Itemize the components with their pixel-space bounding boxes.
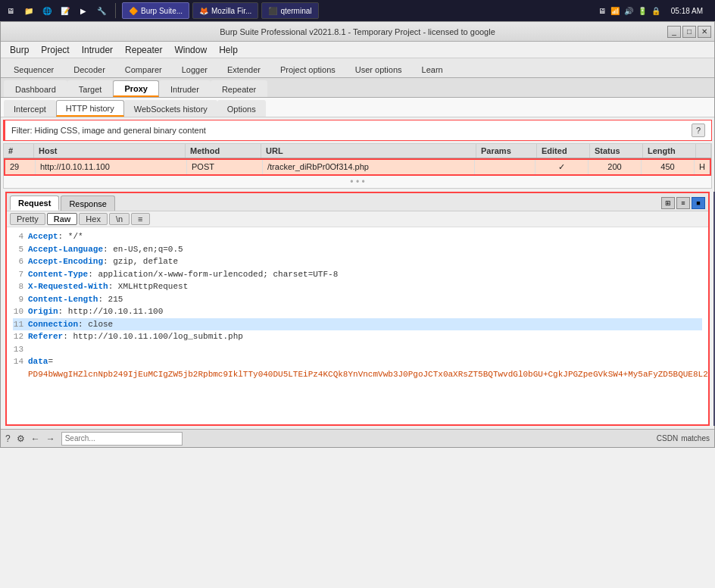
http-history-table: # Host Method URL Params Edited Status L… (3, 143, 712, 189)
status-bar-left: ? ⚙ ← → (5, 432, 183, 446)
request-line-6: 6 Accept-Encoding: gzip, deflate (13, 255, 702, 268)
terminal-icon: ⬛ (268, 7, 277, 15)
cell-num: 29 (5, 160, 36, 174)
cell-status: 200 (589, 160, 642, 174)
menu-help[interactable]: Help (213, 43, 244, 57)
burp-icon: 🔶 (129, 7, 138, 15)
request-content: 4 Accept: */* 5 Accept-Language: en-US,e… (7, 227, 708, 424)
tab-dashboard[interactable]: Dashboard (4, 80, 67, 97)
tab-logger[interactable]: Logger (172, 61, 217, 77)
search-input[interactable] (61, 432, 183, 446)
format-tab-pretty[interactable]: Pretty (10, 213, 45, 225)
req-tab-request[interactable]: Request (10, 195, 59, 211)
request-line-13: 13 (13, 343, 702, 356)
proxy-tab-websockets[interactable]: WebSockets history (124, 100, 217, 117)
menu-intruder[interactable]: Intruder (76, 43, 119, 57)
filter-help-button[interactable]: ? (692, 124, 705, 137)
col-header-extra (696, 144, 711, 158)
col-header-url: URL (261, 144, 476, 158)
cell-edited: ✓ (535, 160, 589, 174)
proxy-tab-options[interactable]: Options (217, 100, 266, 117)
search-container (61, 432, 183, 446)
task-icon-2: 📁 (21, 3, 36, 18)
matches-label: matches (681, 434, 710, 443)
table-header: # Host Method URL Params Edited Status L… (4, 144, 711, 158)
request-line-4: 4 Accept: */* (13, 230, 702, 243)
sys-icon-3: 🔊 (624, 7, 633, 15)
tab-user-options[interactable]: User options (345, 61, 412, 77)
tab-project-options[interactable]: Project options (270, 61, 345, 77)
proxy-tab-http-history[interactable]: HTTP history (56, 100, 124, 117)
minimize-button[interactable]: _ (667, 26, 681, 38)
tab-proxy[interactable]: Proxy (113, 80, 159, 97)
menubar: Burp Project Intruder Repeater Window He… (1, 42, 714, 58)
view-square-button[interactable]: ■ (692, 197, 705, 209)
menu-repeater[interactable]: Repeater (119, 43, 168, 57)
col-header-method: Method (186, 144, 261, 158)
close-button[interactable]: ✕ (698, 26, 711, 38)
qterminal-label: qterminal (280, 7, 311, 15)
maximize-button[interactable]: □ (682, 26, 696, 38)
sys-icon-2: 📶 (610, 7, 620, 15)
status-forward-icon[interactable]: → (46, 433, 55, 444)
cell-extra: H (695, 160, 710, 174)
sys-icon-4: 🔋 (638, 7, 647, 15)
view-list-button[interactable]: ≡ (676, 197, 690, 209)
req-tab-response[interactable]: Response (61, 195, 115, 211)
request-line-5: 5 Accept-Language: en-US,en;q=0.5 (13, 243, 702, 256)
proxy-tabs: Intercept HTTP history WebSockets histor… (1, 98, 714, 117)
proxy-tab-intercept[interactable]: Intercept (4, 100, 56, 117)
cell-url: /tracker_diRbPr0Of314.php (263, 160, 475, 174)
taskbar-firefox[interactable]: 🦊 Mozilla Fir... (192, 2, 258, 19)
format-tab-newline[interactable]: \n (109, 213, 130, 225)
col-header-num: # (4, 144, 34, 158)
tab-comparer[interactable]: Comparer (115, 61, 172, 77)
sys-icon-5: 🔒 (651, 7, 660, 15)
sys-icon-1: 🖥 (598, 7, 606, 15)
col-header-params: Params (476, 144, 537, 158)
req-res-container: Request Response ⊞ ≡ ■ Pretty Raw Hex \n… (5, 192, 710, 426)
status-bar: ? ⚙ ← → CSDN matches (1, 429, 714, 447)
menu-project[interactable]: Project (35, 43, 75, 57)
firefox-label: Mozilla Fir... (211, 7, 251, 15)
format-tab-menu[interactable]: ≡ (131, 213, 149, 225)
burp-window: Burp Suite Professional v2021.8.1 - Temp… (0, 21, 715, 448)
taskbar-burp[interactable]: 🔶 Burp Suite... (122, 2, 189, 19)
request-line-data: PD94bWwgIHZlcnNpb249IjEuMCIgZW5jb2Rpbmc9… (13, 368, 702, 381)
status-bar-right: CSDN matches (657, 434, 710, 443)
req-res-tab-bar: Request Response ⊞ ≡ ■ (7, 193, 708, 211)
format-tab-hex[interactable]: Hex (79, 213, 108, 225)
task-icon-5: ▶ (76, 3, 91, 18)
filter-bar[interactable]: Filter: Hiding CSS, image and general bi… (3, 120, 712, 141)
col-header-status: Status (590, 144, 643, 158)
tab-sequencer[interactable]: Sequencer (4, 61, 64, 77)
tab-intruder[interactable]: Intruder (159, 80, 211, 97)
task-icon-6: 🔧 (94, 3, 109, 18)
format-tab-raw[interactable]: Raw (47, 213, 78, 225)
status-help-icon[interactable]: ? (5, 433, 11, 444)
tab-extender[interactable]: Extender (217, 61, 270, 77)
tab-learn[interactable]: Learn (412, 61, 453, 77)
status-back-icon[interactable]: ← (31, 433, 40, 444)
view-grid-button[interactable]: ⊞ (661, 197, 675, 209)
req-res-tab-group: Request Response (10, 195, 115, 211)
table-row[interactable]: 29 http://10.10.11.100 POST /tracker_diR… (4, 158, 711, 176)
task-icon-4: 📝 (58, 3, 73, 18)
taskbar-sys: 🖥 📶 🔊 🔋 🔒 05:18 AM (595, 7, 712, 15)
cell-params (475, 160, 535, 174)
tab-target[interactable]: Target (67, 80, 114, 97)
taskbar: 🖥 📁 🌐 📝 ▶ 🔧 🔶 Burp Suite... 🦊 Mozilla Fi… (0, 0, 715, 21)
menu-window[interactable]: Window (168, 43, 213, 57)
tab-repeater[interactable]: Repeater (211, 80, 267, 97)
menu-burp[interactable]: Burp (4, 43, 35, 57)
request-line-8: 8 X-Requested-With: XMLHttpRequest (13, 280, 702, 293)
csdn-label: CSDN (657, 434, 678, 443)
cell-length: 450 (642, 160, 695, 174)
taskbar-qterminal[interactable]: ⬛ qterminal (261, 2, 318, 19)
col-header-edited: Edited (537, 144, 590, 158)
window-titlebar: Burp Suite Professional v2021.8.1 - Temp… (1, 22, 714, 42)
req-res-panel: Request Response ⊞ ≡ ■ Pretty Raw Hex \n… (3, 192, 712, 426)
tab-decoder[interactable]: Decoder (64, 61, 115, 77)
taskbar-time: 05:18 AM (665, 7, 709, 15)
status-gear-icon[interactable]: ⚙ (17, 433, 25, 444)
